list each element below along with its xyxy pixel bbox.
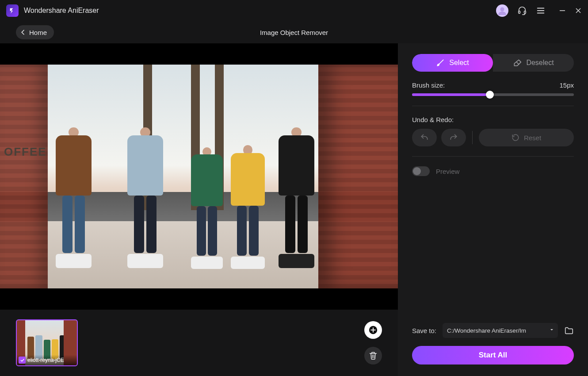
tool-mode-segment: Select Deselect: [412, 54, 574, 72]
eraser-icon: [513, 58, 522, 67]
deselect-mode-label: Deselect: [526, 59, 554, 67]
undo-redo-section: Undo & Redo: Reset: [412, 116, 574, 146]
save-path-select[interactable]: C:/Wondershare AniEraser/Im: [443, 323, 558, 338]
page-title: Image Object Remover: [260, 29, 328, 36]
canvas-column: OFFEE eliott-reyna-jCE: [0, 43, 398, 376]
support-headset-icon[interactable]: [517, 6, 527, 15]
main-area: OFFEE eliott-reyna-jCE: [0, 43, 588, 376]
divider: [412, 106, 574, 106]
divider: [412, 156, 574, 157]
thumbnail-bar: eliott-reyna-jCE: [0, 310, 398, 376]
app-title: Wondershare AniEraser: [24, 7, 99, 15]
home-label: Home: [29, 29, 47, 36]
sub-bar: Home Image Object Remover: [0, 21, 588, 43]
preview-toggle[interactable]: [412, 166, 430, 176]
svg-rect-1: [519, 11, 520, 13]
start-all-button[interactable]: Start All: [412, 346, 574, 364]
thumbnail-filename: eliott-reyna-jCE: [27, 357, 64, 363]
svg-rect-2: [524, 11, 526, 13]
select-mode-label: Select: [449, 59, 469, 67]
save-to-label: Save to:: [412, 327, 436, 334]
user-avatar[interactable]: [496, 4, 508, 17]
hamburger-menu-icon[interactable]: [536, 6, 546, 15]
add-image-button[interactable]: [364, 321, 382, 339]
save-path-value: C:/Wondershare AniEraser/Im: [447, 327, 526, 334]
window-close-icon[interactable]: [575, 7, 582, 14]
save-to-row: Save to: C:/Wondershare AniEraser/Im: [412, 323, 574, 338]
select-mode-button[interactable]: Select: [412, 54, 493, 72]
brush-size-section: Brush size: 15px: [412, 81, 574, 96]
reset-icon: [512, 134, 519, 142]
deselect-mode-button[interactable]: Deselect: [493, 54, 574, 72]
loaded-image[interactable]: OFFEE: [0, 65, 398, 288]
canvas-viewport[interactable]: OFFEE: [0, 43, 398, 310]
folder-icon: [564, 326, 574, 335]
redo-icon: [449, 133, 458, 142]
side-panel: Select Deselect Brush size: 15px Undo & …: [398, 43, 588, 376]
delete-image-button[interactable]: [364, 347, 382, 364]
app-logo: [6, 4, 19, 17]
brush-icon: [436, 58, 445, 67]
caret-down-icon: [549, 327, 554, 334]
brush-size-label: Brush size:: [412, 81, 445, 89]
brush-size-value: 15px: [559, 81, 574, 89]
undo-redo-label: Undo & Redo:: [412, 116, 574, 123]
thumbnail-item[interactable]: eliott-reyna-jCE: [16, 319, 78, 366]
undo-icon: [420, 133, 429, 142]
browse-folder-button[interactable]: [564, 326, 574, 335]
undo-button[interactable]: [412, 129, 437, 146]
svg-point-0: [500, 8, 504, 12]
redo-button[interactable]: [441, 129, 466, 146]
scene-sign-text: OFFEE: [4, 145, 47, 159]
side-panel-footer: Save to: C:/Wondershare AniEraser/Im Sta…: [412, 323, 574, 364]
preview-section: Preview: [412, 166, 574, 176]
reset-label: Reset: [524, 134, 541, 142]
preview-label: Preview: [436, 168, 459, 175]
home-button[interactable]: Home: [16, 25, 54, 39]
start-all-label: Start All: [479, 351, 508, 360]
separator: [472, 131, 473, 144]
reset-button[interactable]: Reset: [479, 129, 574, 146]
thumbnail-selected-check-icon: [19, 357, 26, 364]
title-bar: Wondershare AniEraser: [0, 0, 588, 21]
brush-size-slider[interactable]: [412, 93, 574, 96]
window-minimize-icon[interactable]: [559, 7, 566, 14]
svg-line-14: [516, 62, 519, 65]
svg-rect-11: [371, 330, 376, 330]
